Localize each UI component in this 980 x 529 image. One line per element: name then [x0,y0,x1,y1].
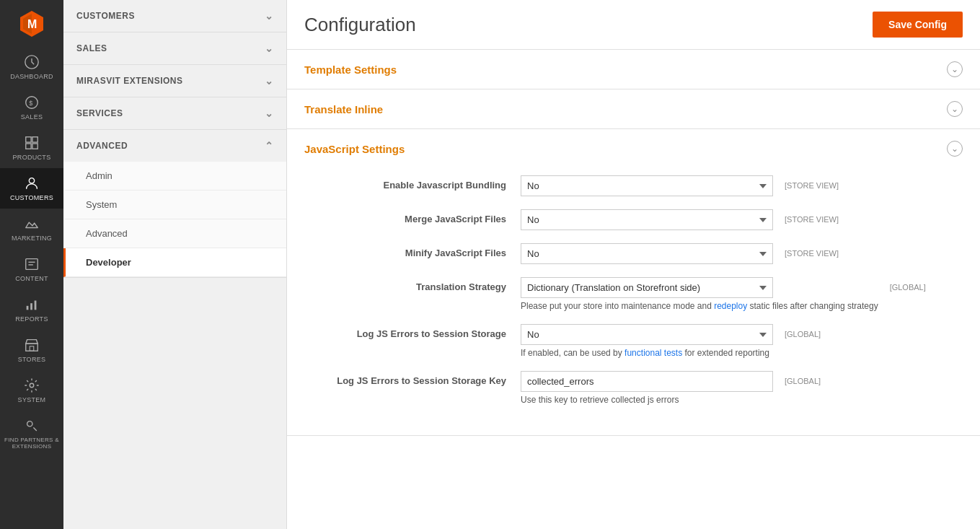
enable-js-bundling-control: No Yes [STORE VIEW] [521,175,963,196]
merge-js-files-label: Merge JavaScript Files [304,209,521,224]
translation-strategy-scope: [GLOBAL] [890,277,926,292]
nav-sales-label: SALES [21,113,43,121]
sidebar-item-developer[interactable]: Developer [63,248,286,277]
translation-strategy-wrapper: Dictionary (Translation on Storefront si… [521,277,878,311]
log-js-errors-session-select[interactable]: No Yes [521,324,773,345]
magento-logo: M [17,9,46,38]
sidebar-section-customers: CUSTOMERS ⌄ [63,0,286,32]
nav-find-label: FIND PARTNERS & EXTENSIONS [3,437,61,450]
sidebar-item-system[interactable]: System [63,191,286,219]
page-title: Configuration [304,14,416,36]
customers-icon [24,175,40,191]
svg-text:$: $ [29,100,32,107]
nav-item-stores[interactable]: STORES [0,330,63,370]
template-settings-toggle[interactable]: ⌄ [947,61,963,77]
nav-item-system[interactable]: SYSTEM [0,370,63,411]
javascript-settings-toggle[interactable]: ⌄ [947,141,963,157]
svg-point-21 [30,383,34,388]
svg-rect-13 [26,259,38,270]
nav-item-find-partners[interactable]: FIND PARTNERS & EXTENSIONS [0,411,63,457]
minify-js-files-label: Minify JavaScript Files [304,243,521,258]
main-container: CUSTOMERS ⌄ SALES ⌄ MIRASVIT EXTENSIONS … [63,0,980,529]
translate-inline-toggle[interactable]: ⌄ [947,101,963,117]
merge-js-files-select[interactable]: No Yes [521,209,773,230]
enable-js-bundling-label: Enable Javascript Bundling [304,175,521,191]
nav-item-reports[interactable]: REPORTS [0,289,63,330]
functional-tests-link[interactable]: functional tests [624,348,682,358]
config-sidebar: CUSTOMERS ⌄ SALES ⌄ MIRASVIT EXTENSIONS … [63,0,287,529]
save-config-button[interactable]: Save Config [873,12,963,38]
nav-content-label: CONTENT [15,275,48,282]
sidebar-developer-label: Developer [86,257,131,268]
marketing-icon [24,216,40,232]
log-js-errors-key-label: Log JS Errors to Session Storage Key [304,371,521,386]
products-icon [24,135,40,151]
log-js-errors-key-input[interactable] [521,371,773,392]
enable-js-bundling-select[interactable]: No Yes [521,175,773,196]
sidebar-section-advanced: ADVANCED ⌃ Admin System Advanced Develop… [63,130,286,278]
translation-strategy-row: Translation Strategy Dictionary (Transla… [304,277,963,311]
app-container: M DASHBOARD $ SALES PRODUCTS [0,0,980,529]
log-js-errors-session-control: No Yes If enabled, can be used by functi… [521,324,963,358]
sidebar-system-label: System [86,199,117,210]
nav-marketing-label: MARKETING [12,235,52,242]
enable-js-bundling-row: Enable Javascript Bundling No Yes [STORE… [304,175,963,196]
minify-js-files-wrapper: No Yes [521,243,773,264]
sidebar-section-mirasvit-header[interactable]: MIRASVIT EXTENSIONS ⌄ [63,65,286,97]
nav-item-sales[interactable]: $ SALES [0,87,63,128]
translate-inline-header[interactable]: Translate Inline ⌄ [287,89,980,128]
sidebar-section-advanced-header[interactable]: ADVANCED ⌃ [63,130,286,162]
template-settings-title: Template Settings [304,64,397,76]
enable-js-bundling-wrapper: No Yes [521,175,773,196]
sidebar-section-mirasvit: MIRASVIT EXTENSIONS ⌄ [63,65,286,97]
minify-js-files-row: Minify JavaScript Files No Yes [STORE VI… [304,243,963,264]
sidebar-advanced-sub-label: Advanced [86,228,128,239]
reports-icon [24,297,40,312]
find-partners-icon [24,418,40,434]
nav-item-customers[interactable]: CUSTOMERS [0,168,63,209]
translation-strategy-hint: Please put your store into maintenance m… [521,301,878,311]
nav-products-label: PRODUCTS [13,154,51,161]
nav-item-dashboard[interactable]: DASHBOARD [0,47,63,87]
nav-item-products[interactable]: PRODUCTS [0,128,63,168]
nav-logo[interactable]: M [0,0,63,47]
log-js-errors-session-label: Log JS Errors to Session Storage [304,324,521,339]
template-settings-header[interactable]: Template Settings ⌄ [287,50,980,89]
log-js-errors-session-hint: If enabled, can be used by functional te… [521,348,773,358]
svg-text:M: M [27,18,37,30]
sidebar-section-services: SERVICES ⌄ [63,97,286,130]
sidebar-mirasvit-label: MIRASVIT EXTENSIONS [76,76,183,86]
translation-strategy-select[interactable]: Dictionary (Translation on Storefront si… [521,277,773,298]
sidebar-services-label: SERVICES [76,108,123,118]
sidebar-sales-label: SALES [76,43,107,53]
merge-js-files-wrapper: No Yes [521,209,773,230]
svg-rect-16 [27,306,29,310]
sidebar-admin-label: Admin [86,170,112,181]
nav-item-content[interactable]: CONTENT [0,249,63,289]
sidebar-section-sales-header[interactable]: SALES ⌄ [63,32,286,64]
left-nav: M DASHBOARD $ SALES PRODUCTS [0,0,63,529]
svg-rect-20 [30,346,34,351]
nav-customers-label: CUSTOMERS [10,194,53,201]
sidebar-section-customers-header[interactable]: CUSTOMERS ⌄ [63,0,286,32]
javascript-settings-header[interactable]: JavaScript Settings ⌄ [287,129,980,168]
enable-js-bundling-scope: [STORE VIEW] [785,175,839,190]
nav-item-marketing[interactable]: MARKETING [0,209,63,249]
javascript-settings-section: JavaScript Settings ⌄ Enable Javascript … [287,129,980,436]
svg-rect-10 [26,144,31,149]
template-settings-section: Template Settings ⌄ [287,50,980,89]
translate-inline-section: Translate Inline ⌄ [287,89,980,129]
sidebar-advanced-label: ADVANCED [76,141,128,151]
sidebar-item-advanced[interactable]: Advanced [63,219,286,248]
sidebar-customers-label: CUSTOMERS [76,11,135,21]
svg-rect-18 [35,301,37,310]
sidebar-item-admin[interactable]: Admin [63,162,286,191]
minify-js-files-select[interactable]: No Yes [521,243,773,264]
sales-icon: $ [24,95,40,110]
log-js-errors-key-control: Use this key to retrieve collected js er… [521,371,963,405]
config-content: Template Settings ⌄ Translate Inline ⌄ J… [287,50,980,436]
svg-rect-19 [26,344,38,351]
sidebar-section-services-header[interactable]: SERVICES ⌄ [63,97,286,129]
minify-js-files-scope: [STORE VIEW] [785,243,839,258]
redeploy-link[interactable]: redeploy [714,301,747,311]
